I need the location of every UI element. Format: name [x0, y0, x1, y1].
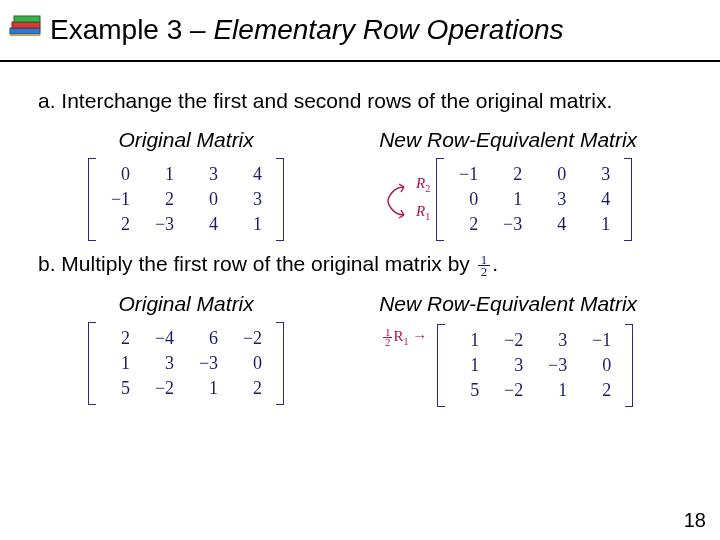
- part-a-text: a. Interchange the first and second rows…: [38, 88, 682, 114]
- part-b-right: New Row-Equivalent Matrix 12R1 → 1−23−1 …: [334, 292, 682, 407]
- part-a-left: Original Matrix 0134 −1203 2−341: [38, 128, 334, 241]
- slide-body: a. Interchange the first and second rows…: [0, 62, 720, 407]
- part-a-left-head: Original Matrix: [38, 128, 334, 152]
- part-a-right-head: New Row-Equivalent Matrix: [334, 128, 682, 152]
- row-scale-op: 12R1 →: [383, 328, 431, 347]
- row-swap-labels: R2 R1: [416, 172, 430, 228]
- matrix-a-result: −1203 0134 2−341: [436, 158, 632, 241]
- matrix-a-original-wrap: 0134 −1203 2−341: [88, 158, 284, 241]
- matrix-a-original: 0134 −1203 2−341: [88, 158, 284, 241]
- title-lead: Example 3 –: [50, 14, 213, 45]
- matrix-b-original: 2−46−2 13−30 5−212: [88, 322, 284, 405]
- part-a-right: New Row-Equivalent Matrix R2 R1 −1203: [334, 128, 682, 241]
- svg-rect-2: [14, 16, 40, 22]
- part-a-columns: Original Matrix 0134 −1203 2−341 New Row…: [38, 128, 682, 241]
- svg-rect-1: [12, 22, 40, 28]
- part-b-text: b. Multiply the first row of the origina…: [38, 251, 682, 277]
- matrix-a-result-wrap: R2 R1 −1203 0134 2−341: [384, 158, 632, 241]
- part-b-columns: Original Matrix 2−46−2 13−30 5−212 New R…: [38, 292, 682, 407]
- part-b-desc-pre: Multiply the first row of the original m…: [61, 252, 475, 275]
- books-icon: [6, 6, 46, 46]
- matrix-b-result: 1−23−1 13−30 5−212: [437, 324, 633, 407]
- page-number: 18: [684, 509, 706, 532]
- part-b-label: b.: [38, 252, 56, 275]
- svg-rect-0: [10, 28, 40, 34]
- part-b-right-head: New Row-Equivalent Matrix: [334, 292, 682, 316]
- svg-rect-3: [10, 34, 40, 36]
- title-bar: Example 3 – Elementary Row Operations: [0, 0, 720, 62]
- part-b-desc-post: .: [492, 252, 498, 275]
- part-a-label: a.: [38, 89, 56, 112]
- part-a-desc: Interchange the first and second rows of…: [61, 89, 612, 112]
- title-topic: Elementary Row Operations: [213, 14, 563, 45]
- one-half-fraction: 12: [478, 254, 491, 277]
- matrix-b-original-wrap: 2−46−2 13−30 5−212: [88, 322, 284, 405]
- right-arrow-icon: →: [412, 328, 427, 344]
- matrix-b-result-wrap: 12R1 → 1−23−1 13−30 5−212: [383, 324, 633, 407]
- part-b-left-head: Original Matrix: [38, 292, 334, 316]
- slide-title: Example 3 – Elementary Row Operations: [50, 14, 564, 46]
- part-b-left: Original Matrix 2−46−2 13−30 5−212: [38, 292, 334, 407]
- row-swap-arrow-icon: [384, 177, 410, 223]
